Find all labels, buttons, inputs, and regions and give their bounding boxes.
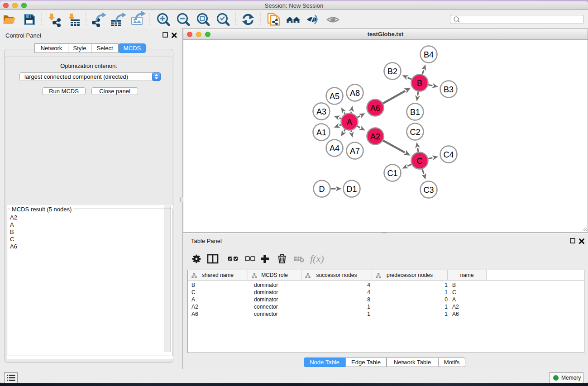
svg-text:f(x): f(x) <box>310 253 324 264</box>
svg-text:B3: B3 <box>444 85 454 94</box>
svg-text:A6: A6 <box>370 104 380 113</box>
svg-text:B1: B1 <box>410 108 420 117</box>
svg-text:A7: A7 <box>350 147 360 156</box>
svg-text:A2: A2 <box>370 132 380 141</box>
svg-text:A5: A5 <box>330 92 339 101</box>
svg-text:D1: D1 <box>346 185 357 194</box>
svg-text:A1: A1 <box>316 128 326 137</box>
svg-text:C3: C3 <box>423 186 434 195</box>
svg-text:A: A <box>347 118 352 127</box>
svg-text:A4: A4 <box>330 144 339 153</box>
svg-text:B: B <box>417 79 422 88</box>
svg-text:C4: C4 <box>443 150 454 159</box>
svg-text:A8: A8 <box>350 89 360 98</box>
svg-text:B4: B4 <box>424 50 434 59</box>
svg-text:C: C <box>417 157 423 166</box>
svg-text:C1: C1 <box>387 169 397 178</box>
svg-text:C2: C2 <box>410 128 420 137</box>
svg-text:B2: B2 <box>387 67 397 76</box>
svg-text:D: D <box>319 185 325 194</box>
svg-text:A3: A3 <box>316 107 326 116</box>
